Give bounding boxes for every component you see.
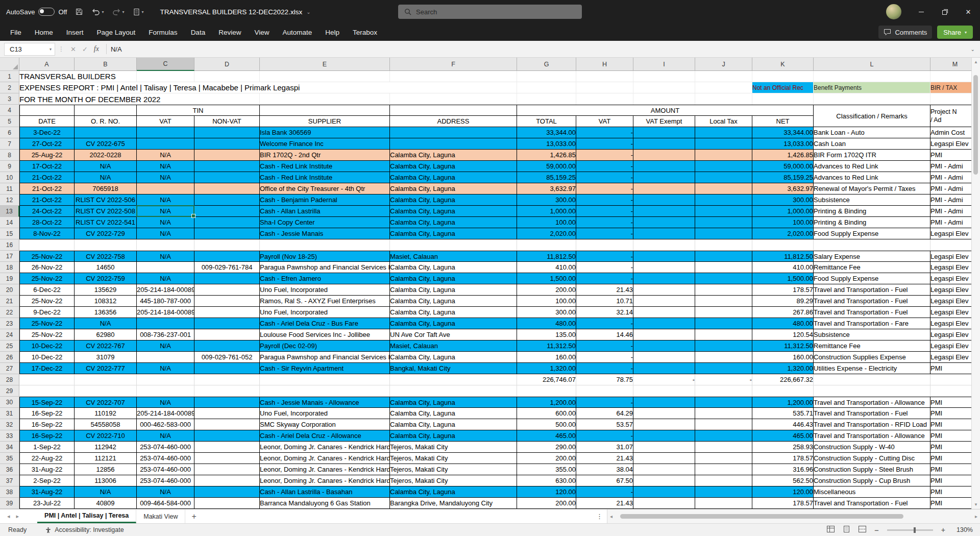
cell-E26[interactable]: Paragua Pawnshop and Financial Services …	[260, 352, 390, 363]
menu-insert[interactable]: Insert	[66, 29, 84, 36]
cell-D35[interactable]	[194, 453, 260, 464]
menu-file[interactable]: File	[10, 29, 21, 36]
cell-A15[interactable]: 8-Nov-22	[19, 228, 75, 239]
cell-E28[interactable]	[260, 374, 390, 385]
column-header-B[interactable]: B	[75, 58, 137, 71]
cell-I22[interactable]	[633, 307, 695, 318]
cell-J26[interactable]	[695, 352, 752, 363]
cell-I18[interactable]	[633, 262, 695, 273]
cell-G26[interactable]: 160.00	[517, 352, 576, 363]
cell-G21[interactable]: 100.00	[517, 296, 576, 307]
cell-D6[interactable]	[194, 127, 260, 138]
cell-D38[interactable]	[194, 486, 260, 498]
menu-home[interactable]: Home	[35, 29, 53, 36]
cell-B4[interactable]	[75, 105, 137, 116]
row-header-33[interactable]: 33	[0, 430, 19, 442]
cell-E30[interactable]: Cash - Jessie Manais - Allowance	[260, 397, 390, 408]
highlight-cell-K2[interactable]: Not an Official Rec	[752, 82, 814, 93]
cell-D30[interactable]	[194, 397, 260, 408]
cell-A2[interactable]: EXPENSES REPORT : PMI | Antel | Talisay …	[19, 82, 517, 93]
cell-K13[interactable]: 1,000.00	[752, 206, 814, 217]
row-header-37[interactable]: 37	[0, 475, 19, 486]
cell-F28[interactable]	[390, 374, 517, 385]
cell-D25[interactable]	[194, 340, 260, 352]
cell-H15[interactable]: -	[576, 228, 633, 239]
new-sheet-button[interactable]: +	[185, 509, 202, 523]
cell-J17[interactable]	[695, 251, 752, 262]
row-header-25[interactable]: 25	[0, 340, 19, 352]
cell-D7[interactable]	[194, 138, 260, 150]
cell-J3[interactable]	[695, 93, 752, 105]
cell-D31[interactable]	[194, 408, 260, 419]
cell-B31[interactable]: 110192	[75, 408, 137, 419]
cell-G15[interactable]: 2,020.00	[517, 228, 576, 239]
cell-H2[interactable]	[576, 82, 633, 93]
sheet-tab-makati-view[interactable]: Makati View	[136, 509, 185, 523]
cell-A14[interactable]: 28-Oct-22	[19, 217, 75, 228]
cell-L33[interactable]: Travel and Transportation - Allowance	[814, 430, 930, 442]
row-header-24[interactable]: 24	[0, 329, 19, 340]
zoom-out-button[interactable]: −	[874, 526, 879, 534]
cell-F16[interactable]	[390, 239, 517, 251]
cell-F20[interactable]: Calamba City, Laguna	[390, 284, 517, 296]
cell-A38[interactable]: 31-Aug-22	[19, 486, 75, 498]
cell-D13[interactable]	[194, 206, 260, 217]
cell-A21[interactable]: 25-Nov-22	[19, 296, 75, 307]
cell-G39[interactable]: 200.00	[517, 498, 576, 509]
cell-E24[interactable]: Loulouse Food Services Inc - Jollibee	[260, 329, 390, 340]
cell-I16[interactable]	[633, 239, 695, 251]
cell-H23[interactable]: -	[576, 318, 633, 329]
cell-B12[interactable]: RLIST CV 2022-506	[75, 194, 137, 206]
row-header-36[interactable]: 36	[0, 464, 19, 475]
select-all-button[interactable]	[0, 58, 19, 71]
cell-G8[interactable]: 1,426.85	[517, 150, 576, 161]
cell-D26[interactable]: 009-029-761-052	[194, 352, 260, 363]
cell-E12[interactable]: Cash - Benjamin Padernal	[260, 194, 390, 206]
cell-B15[interactable]: CV 2022-729	[75, 228, 137, 239]
cell-D32[interactable]	[194, 419, 260, 430]
cell-I14[interactable]	[633, 217, 695, 228]
menu-help[interactable]: Help	[325, 29, 339, 36]
cell-E33[interactable]: Cash - Ariel Dela Cruz - Allowance	[260, 430, 390, 442]
insert-function-icon[interactable]: fx	[91, 45, 102, 53]
cell-A18[interactable]: 26-Nov-22	[19, 262, 75, 273]
amount-header[interactable]: AMOUNT	[517, 105, 814, 116]
cell-A12[interactable]: 21-Oct-22	[19, 194, 75, 206]
col-label-local-tax[interactable]: Local Tax	[695, 116, 752, 127]
cell-B30[interactable]: CV 2022-707	[75, 397, 137, 408]
cell-I19[interactable]	[633, 273, 695, 284]
cell-B33[interactable]: CV 2022-710	[75, 430, 137, 442]
cell-A22[interactable]: 9-Dec-22	[19, 307, 75, 318]
cell-A8[interactable]: 25-Aug-22	[19, 150, 75, 161]
cell-H37[interactable]: 67.50	[576, 475, 633, 486]
cell-A28[interactable]	[19, 374, 75, 385]
cell-B28[interactable]	[75, 374, 137, 385]
cell-C17[interactable]: N/A	[137, 251, 194, 262]
cell-E14[interactable]: Sha-I Copy Center	[260, 217, 390, 228]
row-header-38[interactable]: 38	[0, 486, 19, 498]
cell-I15[interactable]	[633, 228, 695, 239]
cell-A35[interactable]: 22-Aug-22	[19, 453, 75, 464]
cell-I26[interactable]	[633, 352, 695, 363]
cell-H39[interactable]: 21.43	[576, 498, 633, 509]
cell-L22[interactable]: Travel and Transportation - Fuel	[814, 307, 930, 318]
cell-G33[interactable]: 465.00	[517, 430, 576, 442]
cell-A30[interactable]: 15-Sep-22	[19, 397, 75, 408]
cell-G11[interactable]: 3,632.97	[517, 183, 576, 194]
share-button[interactable]: Share▾	[937, 26, 973, 39]
col-label-total[interactable]: TOTAL	[517, 116, 576, 127]
cell-K18[interactable]: 410.00	[752, 262, 814, 273]
cell-D16[interactable]	[194, 239, 260, 251]
cell-G6[interactable]: 33,344.00	[517, 127, 576, 138]
cell-I25[interactable]	[633, 340, 695, 352]
close-button[interactable]: ✕	[957, 0, 980, 23]
enter-icon[interactable]: ✓	[79, 45, 91, 53]
row-header-15[interactable]: 15	[0, 228, 19, 239]
cell-E29[interactable]	[260, 385, 390, 397]
cell-F13[interactable]: Calamba City, Laguna	[390, 206, 517, 217]
col-label-net[interactable]: NET	[752, 116, 814, 127]
cell-I39[interactable]	[633, 498, 695, 509]
cell-C21[interactable]: 445-180-787-000	[137, 296, 194, 307]
cell-K14[interactable]: 100.00	[752, 217, 814, 228]
cell-L38[interactable]: Miscellaneous	[814, 486, 930, 498]
